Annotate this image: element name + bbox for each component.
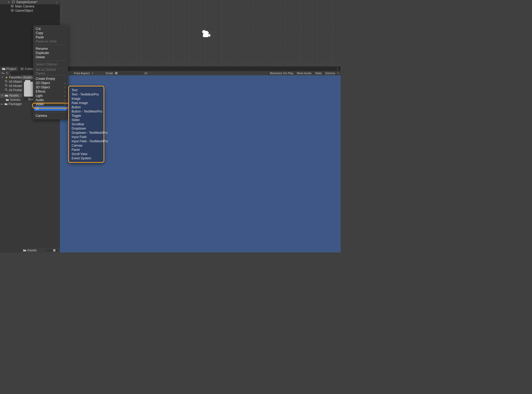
- svg-point-6: [5, 84, 7, 86]
- favorite-item[interactable]: All Prefabs: [0, 88, 22, 92]
- menu-video[interactable]: Video›: [33, 102, 68, 106]
- menu-effects[interactable]: Effects›: [33, 89, 68, 94]
- menu-paste[interactable]: Paste: [33, 35, 68, 39]
- tree-item-scenes[interactable]: Scenes: [0, 98, 22, 102]
- menu-duplicate[interactable]: Duplicate: [33, 51, 68, 55]
- tree-item-packages[interactable]: ▶ Packages: [0, 102, 22, 106]
- gizmos-dropdown[interactable]: Gizmos▼: [323, 71, 341, 75]
- favorite-item[interactable]: All Materia: [0, 80, 22, 84]
- menu-3d-object[interactable]: 3D Object›: [33, 85, 68, 89]
- chevron-right-icon: ›: [65, 82, 65, 85]
- tab-project[interactable]: Project: [0, 67, 18, 71]
- scale-slider[interactable]: [116, 73, 142, 73]
- tree-label: All Models: [9, 84, 23, 88]
- submenu-item[interactable]: Button: [70, 105, 102, 109]
- scale-control[interactable]: Scale 2x: [104, 71, 149, 75]
- menu-label: Text - TextMeshPro: [72, 93, 99, 96]
- menu-set-default-parent: Set as Default Parent: [33, 69, 68, 74]
- submenu-item[interactable]: Image: [70, 97, 102, 101]
- submenu-item[interactable]: Canvas: [70, 143, 102, 148]
- aspect-dropdown[interactable]: Free Aspect ▼: [72, 71, 104, 75]
- menu-label: Toggle: [72, 114, 81, 118]
- menu-separator: [36, 61, 65, 61]
- submenu-item[interactable]: Input Field: [70, 135, 102, 139]
- disclosure-icon[interactable]: ▼: [1, 94, 3, 97]
- menu-create-empty[interactable]: Create Empty: [33, 77, 68, 81]
- menu-2d-object[interactable]: 2D Object›: [33, 81, 68, 85]
- caret-down-icon: ▼: [92, 72, 94, 74]
- search-icon: [6, 72, 9, 74]
- svg-point-7: [5, 89, 7, 90]
- submenu-item[interactable]: Input Field - TextMeshPro: [70, 139, 102, 143]
- scale-label: Scale: [106, 72, 113, 75]
- menu-label: Panel: [72, 148, 80, 152]
- submenu-item[interactable]: Raw Image: [70, 101, 102, 105]
- hierarchy-item[interactable]: Main Camera: [0, 4, 60, 9]
- cube-icon: [11, 5, 14, 9]
- menu-cut[interactable]: Cut: [33, 27, 68, 31]
- menu-ui[interactable]: UI›: [34, 106, 67, 111]
- game-tab-bar: ⋮: [60, 67, 341, 71]
- menu-label: Video: [36, 102, 44, 106]
- submenu-item[interactable]: Toggle: [70, 114, 102, 118]
- mute-toggle[interactable]: Mute Audio: [295, 71, 313, 75]
- toggle-label: Stats: [315, 72, 322, 75]
- kebab-icon[interactable]: ⋮: [336, 67, 339, 71]
- hierarchy-scene-row[interactable]: ▼ SampleScene* ⋮: [0, 0, 60, 4]
- disclosure-icon[interactable]: ▼: [1, 76, 3, 79]
- menu-label: Camera: [36, 114, 47, 118]
- scene-view[interactable]: [60, 0, 341, 67]
- disclosure-icon[interactable]: ▶: [1, 103, 3, 105]
- scene-name: SampleScene*: [16, 0, 37, 4]
- menu-label: Audio: [36, 98, 44, 102]
- submenu-item[interactable]: Scrollbar: [70, 122, 102, 126]
- disclosure-icon[interactable]: ▼: [7, 1, 10, 3]
- favorite-item[interactable]: All Models: [0, 84, 22, 88]
- menu-label: Duplicate: [36, 51, 49, 55]
- menu-audio[interactable]: Audio›: [33, 98, 68, 102]
- menu-separator: [36, 112, 65, 112]
- add-menu-icon[interactable]: +▾: [1, 71, 4, 75]
- thumbnail-zoom-slider[interactable]: [47, 249, 58, 252]
- svg-point-4: [6, 72, 8, 74]
- menu-label: Create Empty: [36, 77, 55, 81]
- submenu-item[interactable]: Dropdown: [70, 126, 102, 131]
- project-footer: Assets: [22, 248, 60, 252]
- menu-label: Delete: [36, 55, 45, 59]
- menu-label: Select Children: [36, 63, 57, 66]
- submenu-item[interactable]: Event System: [70, 156, 102, 160]
- cube-icon: [11, 9, 14, 13]
- submenu-item[interactable]: Dropdown - TextMeshPro: [70, 131, 102, 135]
- kebab-icon[interactable]: ⋮: [55, 1, 58, 5]
- menu-label: Paste: [36, 35, 44, 39]
- menu-label: Dropdown: [72, 127, 86, 130]
- menu-light[interactable]: Light›: [33, 94, 68, 98]
- submenu-item[interactable]: Panel: [70, 148, 102, 152]
- menu-separator: [36, 45, 65, 45]
- camera-gizmo-icon[interactable]: [200, 30, 211, 38]
- hierarchy-context-menu: Cut Copy Paste Paste As Child Rename Dup…: [33, 25, 68, 119]
- submenu-item[interactable]: Scroll View: [70, 152, 102, 156]
- submenu-item[interactable]: Text - TextMeshPro: [70, 92, 102, 97]
- maximize-toggle[interactable]: Maximize On Play: [268, 71, 295, 75]
- toggle-label: Maximize On Play: [270, 72, 294, 75]
- menu-label: 2D Object: [36, 81, 50, 85]
- submenu-item[interactable]: Slider: [70, 118, 102, 122]
- menu-delete[interactable]: Delete: [33, 55, 68, 59]
- favorites-header[interactable]: ▼ ★ Favorites: [0, 75, 22, 80]
- hierarchy-item[interactable]: GameObject: [0, 9, 60, 13]
- tree-label: Scenes: [10, 98, 20, 102]
- game-toolbar: r 1 ▼ Free Aspect ▼ Scale 2x Maximize On…: [60, 71, 341, 75]
- chevron-right-icon: ›: [65, 86, 65, 89]
- project-tree: ▼ ★ Favorites All Materia All Models All…: [0, 75, 22, 252]
- menu-label: Copy: [36, 31, 43, 35]
- tree-item-assets[interactable]: ▼ Assets: [0, 93, 22, 98]
- menu-label: Canvas: [72, 144, 83, 147]
- menu-label: 3D Object: [36, 85, 50, 89]
- submenu-item[interactable]: Button - TextMeshPro: [70, 109, 102, 114]
- menu-copy[interactable]: Copy: [33, 31, 68, 35]
- stats-toggle[interactable]: Stats: [313, 71, 323, 75]
- submenu-item[interactable]: Text: [70, 88, 102, 92]
- menu-camera[interactable]: Camera: [33, 114, 68, 118]
- menu-rename[interactable]: Rename: [33, 47, 68, 51]
